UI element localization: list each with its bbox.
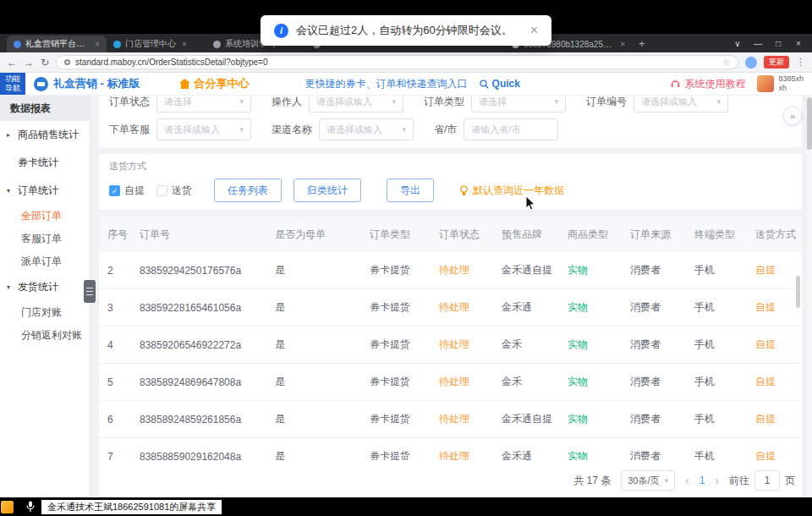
close-icon[interactable]: ×: [788, 39, 809, 48]
address-bar[interactable]: standard.maboy.cn/OrderStatisticsDetail?…: [56, 55, 738, 69]
table-cell: 待处理: [431, 300, 493, 315]
refresh-icon[interactable]: ↻: [41, 57, 49, 69]
table-cell: 2: [99, 265, 131, 277]
table-cell: 83859206546922272a: [131, 339, 266, 351]
user-avatar[interactable]: [757, 75, 774, 92]
prev-page-button[interactable]: ‹: [685, 474, 689, 487]
page-scrollbar[interactable]: [805, 96, 812, 497]
filter-label: 操作人: [272, 96, 302, 109]
bookmark-star-icon[interactable]: ☆: [722, 58, 730, 67]
browser-tab[interactable]: 礼盒营销平台管理中心 ×: [7, 36, 107, 52]
table-cell: 4: [99, 339, 131, 351]
table-cell: 待处理: [431, 412, 493, 426]
tab-title: 礼盒营销平台管理中心: [25, 38, 89, 50]
task-list-button[interactable]: 任务列表: [214, 178, 282, 202]
toast-message: 会议已超过2人，自动转为60分钟限时会议。: [296, 23, 513, 38]
tab-close-icon[interactable]: ×: [182, 40, 187, 49]
category-stats-button[interactable]: 归类统计: [294, 178, 361, 202]
export-button[interactable]: 导出: [387, 178, 434, 202]
screen: 礼盒营销平台管理中心 × 门店管理中心 × 系统培训学习 × e8c573980…: [0, 0, 812, 516]
sidebar-collapse-handle[interactable]: [84, 280, 96, 303]
current-page[interactable]: 1: [700, 475, 705, 486]
tab-menu-icon[interactable]: ∨: [727, 39, 748, 48]
app-header: 功能 导航 礼盒营销 - 标准版 合分享中心 更快捷的券卡、订单和快递查询入口: [0, 73, 812, 96]
chevron-down-icon: ▾: [554, 97, 558, 106]
order-agent-select[interactable]: 请选择或输入 ▾: [156, 118, 251, 140]
table-scrollbar[interactable]: [796, 276, 800, 308]
page-size-select[interactable]: 30条/页 ▾: [621, 470, 675, 491]
order-no-select[interactable]: 请选择或输入 ▾: [634, 96, 728, 113]
order-type-select[interactable]: 请选择 ▾: [471, 96, 566, 113]
share-center-icon: [179, 79, 190, 89]
sidebar-item-dispatch-orders[interactable]: 派单订单: [0, 250, 90, 273]
function-nav-toggle[interactable]: 功能 导航: [0, 73, 25, 95]
browser-profile-avatar[interactable]: [745, 57, 757, 69]
new-tab-button[interactable]: +: [639, 37, 645, 50]
sidebar-item-shipping-stats[interactable]: ▾ 发货统计: [0, 273, 90, 301]
column-header: 订单状态: [431, 228, 493, 242]
table-cell: 手机: [686, 375, 747, 389]
table-cell: 83859294250176576a: [131, 265, 266, 277]
sidebar-item-service-orders[interactable]: 客服订单: [0, 228, 90, 250]
delivery-checkbox[interactable]: 送货: [156, 184, 192, 198]
chevron-down-icon: ▾: [716, 97, 721, 106]
sidebar-item-all-orders[interactable]: 全部订单: [0, 205, 90, 228]
table-cell: 6: [99, 414, 131, 425]
sidebar-item-store-reconcile[interactable]: 门店对账: [0, 301, 90, 324]
table-cell: 是: [266, 412, 361, 426]
site-info-icon[interactable]: [64, 59, 70, 65]
order-status-select[interactable]: 请选择 ▾: [156, 96, 251, 113]
browser-update-button[interactable]: 更新: [764, 56, 789, 69]
table-cell: 自提: [747, 375, 802, 389]
next-page-button[interactable]: ›: [715, 474, 719, 487]
page-scrollbar-thumb[interactable]: [807, 97, 812, 150]
back-icon[interactable]: ←: [7, 57, 17, 69]
table-body: 283859294250176576a是券卡提货待处理金禾通自提实物消费者手机自…: [99, 252, 802, 460]
forward-icon[interactable]: →: [24, 57, 34, 69]
province-city-input[interactable]: [464, 118, 558, 140]
goto-page-input[interactable]: [754, 470, 780, 491]
filter-label: 省/市: [434, 123, 457, 137]
table-header: 序号订单号是否为母单订单类型订单状态预售品牌商品类型订单来源终端类型送货方式: [99, 217, 802, 252]
tutorial-link[interactable]: 系统使用教程: [671, 77, 745, 91]
tab-close-icon[interactable]: ×: [620, 40, 625, 49]
table-cell: 实物: [559, 412, 622, 426]
filter-label: 渠道名称: [272, 123, 312, 137]
pickup-checkbox[interactable]: ✓ 自提: [109, 184, 145, 198]
table-cell: 手机: [686, 300, 747, 315]
table-cell: 自提: [747, 449, 802, 460]
minimize-icon[interactable]: —: [748, 39, 768, 48]
quick-search-link[interactable]: Quick: [480, 78, 520, 90]
filter-collapse-button[interactable]: »: [783, 107, 802, 125]
pagination: 共 17 条 30条/页 ▾ ‹ 1 › 前往 页: [99, 460, 802, 497]
sidebar-item-order-stats[interactable]: ▾ 订单统计: [0, 177, 90, 205]
operator-select[interactable]: 请选择或输入 ▾: [309, 96, 403, 113]
browser-menu-icon[interactable]: ⋮: [796, 57, 805, 68]
share-center-link[interactable]: 合分享中心: [179, 76, 250, 91]
table-cell: 自提: [747, 412, 802, 426]
table-cell: 消费者: [622, 412, 686, 426]
filter-panel: 订单状态 请选择 ▾ 操作人 请选择或输入 ▾: [99, 96, 802, 147]
toast-close-icon[interactable]: ×: [530, 24, 538, 37]
table-cell: 实物: [559, 375, 622, 389]
sidebar-item-card-stats[interactable]: 券卡统计: [0, 149, 90, 177]
sidebar-item-product-sales[interactable]: ▸ 商品销售统计: [0, 121, 90, 149]
table-row: 483859206546922272a是券卡提货待处理金禾实物消费者手机自提: [99, 327, 802, 364]
filter-label: 订单状态: [109, 96, 150, 109]
table-cell: 券卡提货: [361, 263, 431, 277]
table-cell: 自提: [747, 300, 802, 315]
main-content: 订单状态 请选择 ▾ 操作人 请选择或输入 ▾: [91, 96, 812, 497]
maximize-icon[interactable]: □: [768, 39, 788, 48]
window-controls: ∨ — □ ×: [727, 39, 809, 48]
filter-label: 下单客服: [109, 123, 150, 137]
channel-name-select[interactable]: 请选择或输入 ▾: [319, 118, 414, 140]
chevron-down-icon: ▾: [239, 97, 244, 106]
table-cell: 消费者: [622, 338, 686, 352]
filter-row-clipped: 订单状态 请选择 ▾ 操作人 请选择或输入 ▾: [109, 96, 792, 113]
sidebar-item-rebate-reconcile[interactable]: 分销返利对账: [0, 324, 90, 347]
browser-tab[interactable]: 门店管理中心 ×: [107, 36, 206, 52]
table-row: 583858924869647808a是券卡提货待处理金禾实物消费者手机自提: [99, 364, 802, 401]
taskbar-app-icon[interactable]: [1, 501, 14, 513]
tab-close-icon[interactable]: ×: [95, 40, 100, 49]
filter-label: 订单类型: [424, 96, 464, 109]
